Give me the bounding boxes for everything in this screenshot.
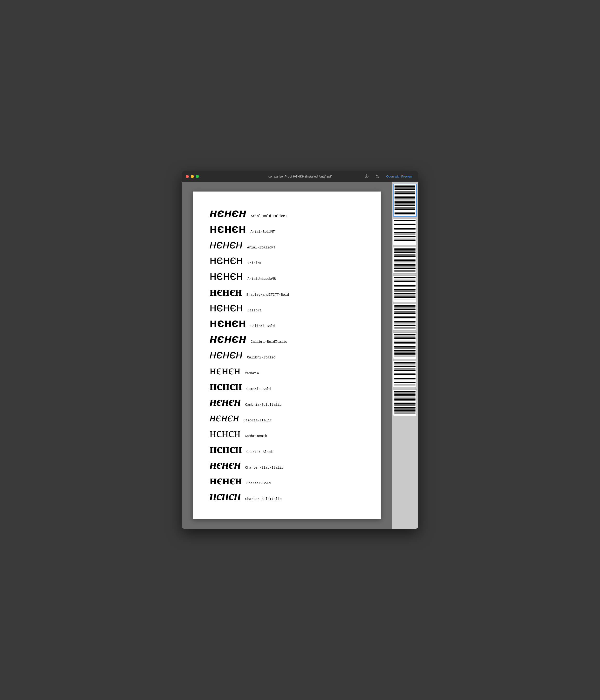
maximize-button[interactable] (196, 175, 199, 178)
font-entry-arial-unicode: нєнєнArialUnicodeMS (209, 269, 364, 282)
font-name-arial-italic: Arial-ItalicMT (247, 246, 275, 249)
font-name-cambria-italic: Cambria-Italic (244, 419, 272, 422)
font-entry-cambria-bold-italic: нєнєнCambria-BoldItalic (209, 395, 364, 408)
font-name-calibri-italic: Calibri-Italic (247, 355, 275, 359)
font-sample-cambria-bold: нєнєн (209, 379, 242, 393)
font-name-cambria: Cambria (245, 372, 259, 375)
font-name-cambria-bold: Cambria-Bold (247, 387, 271, 391)
thumbnail-2[interactable] (393, 219, 417, 245)
open-with-preview-button[interactable]: Open with Preview (384, 174, 414, 179)
traffic-lights (186, 175, 199, 178)
font-name-cambria-math: CambriaMath (245, 434, 267, 438)
thumbnail-6[interactable] (393, 332, 417, 359)
font-sample-charter-black-italic: нєнєн (209, 457, 241, 471)
font-sample-cambria-math: нєнєн (209, 426, 241, 440)
thumbnail-5[interactable] (393, 304, 417, 330)
thumbnail-4[interactable] (393, 275, 417, 302)
font-sample-charter-black: нєнєн (209, 442, 242, 456)
font-name-cambria-bold-italic: Cambria-BoldItalic (245, 403, 282, 407)
info-icon (365, 174, 369, 178)
font-name-charter-bold-italic: Charter-BoldItalic (245, 497, 282, 501)
close-button[interactable] (186, 175, 189, 178)
font-sample-calibri: нєнєн (209, 300, 243, 314)
font-entry-bradley: нєнєнBradleyHandITCTT-Bold (209, 285, 364, 298)
font-sample-cambria-bold-italic: нєнєн (209, 395, 241, 408)
share-icon (375, 174, 379, 178)
font-entry-charter-bold-italic: нєнєнCharter-BoldItalic (209, 489, 364, 503)
font-sample-cambria-italic: нєнєн (209, 410, 239, 424)
font-name-calibri: Calibri (247, 308, 262, 312)
font-sample-arial-bold-italic: нєнєн (209, 206, 247, 220)
minimize-button[interactable] (191, 175, 194, 178)
font-sample-bradley: нєнєн (209, 285, 242, 298)
font-entry-calibri-bold: нєнєнCalibri-Bold (209, 316, 364, 330)
thumbnail-8[interactable] (393, 389, 417, 416)
share-button[interactable] (374, 173, 380, 180)
font-name-charter-black: Charter-Black (247, 450, 273, 454)
thumbnail-1[interactable] (393, 184, 417, 217)
font-name-calibri-bold: Calibri-Bold (251, 324, 275, 328)
font-entry-arial-italic: нєнєнArial-ItalicMT (209, 238, 364, 251)
font-name-calibri-bold-italic: Calibri-BoldItalic (251, 340, 287, 344)
font-name-arial: ArialMT (247, 261, 262, 265)
font-entry-arial: нєнєнArialMT (209, 253, 364, 267)
font-name-arial-bold: Arial-BoldMT (251, 230, 275, 234)
font-entry-arial-bold: нєнєнArial-BoldMT (209, 222, 364, 235)
font-entry-calibri-bold-italic: нєнєнCalibri-BoldItalic (209, 332, 364, 345)
thumbnail-sidebar (392, 182, 418, 529)
content-area: нєнєнArial-BoldItalicMTнєнєнArial-BoldMT… (182, 182, 418, 529)
font-name-charter-black-italic: Charter-BlackItalic (245, 466, 284, 470)
font-sample-arial-bold: нєнєн (209, 222, 246, 235)
font-entry-calibri-italic: нєнєнCalibri-Italic (209, 347, 364, 361)
font-entry-charter-black: нєнєнCharter-Black (209, 442, 364, 456)
font-entry-arial-bold-italic: нєнєнArial-BoldItalicMT (209, 206, 364, 220)
font-entry-charter-bold: нєнєнCharter-Bold (209, 473, 364, 487)
font-sample-charter-bold: нєнєн (209, 473, 242, 487)
font-entry-cambria-bold: нєнєнCambria-Bold (209, 379, 364, 393)
pdf-page: нєнєнArial-BoldItalicMTнєнєнArial-BoldMT… (193, 192, 381, 519)
titlebar-actions: Open with Preview (363, 173, 414, 180)
font-sample-charter-bold-italic: нєнєн (209, 489, 241, 503)
font-entry-cambria-math: нєнєнCambriaMath (209, 426, 364, 440)
titlebar: comparisonProof НЄНЄН (installed fonts).… (182, 171, 418, 182)
thumbnail-3[interactable] (393, 247, 417, 274)
font-sample-calibri-bold-italic: нєнєн (209, 332, 247, 345)
font-entry-cambria-italic: нєнєнCambria-Italic (209, 410, 364, 424)
font-sample-calibri-italic: нєнєн (209, 347, 243, 361)
font-entry-charter-black-italic: нєнєнCharter-BlackItalic (209, 457, 364, 471)
font-sample-cambria: нєнєн (209, 363, 241, 377)
pdf-viewer[interactable]: нєнєнArial-BoldItalicMTнєнєнArial-BoldMT… (182, 182, 392, 529)
font-sample-arial-unicode: нєнєн (209, 269, 243, 282)
app-window: comparisonProof НЄНЄН (installed fonts).… (182, 171, 418, 529)
font-name-charter-bold: Charter-Bold (247, 481, 271, 485)
font-name-arial-unicode: ArialUnicodeMS (247, 277, 276, 281)
font-entry-calibri: нєнєнCalibri (209, 300, 364, 314)
font-sample-arial-italic: нєнєн (209, 238, 243, 251)
font-name-bradley: BradleyHandITCTT-Bold (247, 293, 289, 297)
thumbnail-7[interactable] (393, 361, 417, 388)
font-sample-calibri-bold: нєнєн (209, 316, 246, 330)
font-name-arial-bold-italic: Arial-BoldItalicMT (251, 214, 287, 218)
window-title: comparisonProof НЄНЄН (installed fonts).… (268, 175, 332, 178)
font-sample-arial: нєнєн (209, 253, 243, 267)
font-entry-cambria: нєнєнCambria (209, 363, 364, 377)
info-button[interactable] (363, 173, 370, 180)
